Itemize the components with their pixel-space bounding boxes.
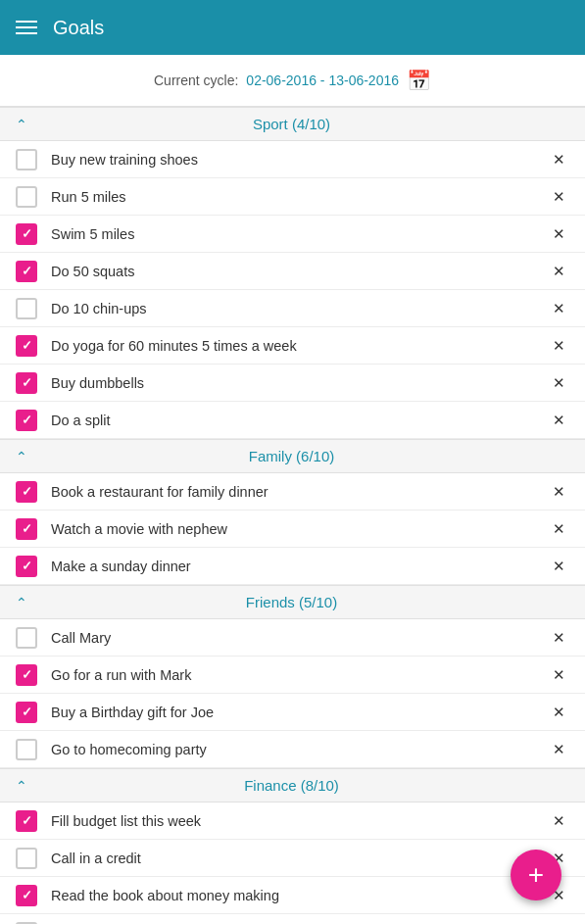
- section-header-sport[interactable]: ⌃ Sport (4/10): [0, 107, 585, 141]
- task-checkbox-friends-1[interactable]: [16, 664, 37, 686]
- task-row-sport-4: Do 10 chin-ups✕: [0, 290, 585, 327]
- task-row-family-0: Book a restaurant for family dinner✕: [0, 473, 585, 511]
- task-label-friends-1: Go for a run with Mark: [51, 667, 549, 683]
- sections-container: ⌃ Sport (4/10) Buy new training shoes✕Ru…: [0, 107, 585, 924]
- task-label-finance-1: Call in a credit: [51, 851, 549, 866]
- task-label-sport-6: Buy dumbbells: [51, 375, 549, 391]
- section-header-friends[interactable]: ⌃ Friends (5/10): [0, 585, 585, 619]
- calendar-icon[interactable]: 📅: [407, 69, 431, 92]
- task-label-sport-4: Do 10 chin-ups: [51, 301, 549, 316]
- task-row-family-2: Make a sunday dinner✕: [0, 548, 585, 585]
- task-checkbox-sport-0[interactable]: [16, 149, 37, 170]
- task-checkbox-friends-2[interactable]: [16, 702, 37, 723]
- task-row-sport-2: Swim 5 miles✕: [0, 216, 585, 253]
- task-delete-sport-1[interactable]: ✕: [549, 184, 569, 210]
- task-delete-friends-0[interactable]: ✕: [549, 625, 569, 651]
- task-row-finance-2: Read the book about money making✕: [0, 877, 585, 914]
- task-label-friends-2: Buy a Birthday gift for Joe: [51, 705, 549, 720]
- task-label-family-1: Watch a movie with nephew: [51, 521, 549, 537]
- section-title-friends: Friends (5/10): [37, 594, 546, 610]
- task-checkbox-sport-3[interactable]: [16, 261, 37, 282]
- task-label-family-0: Book a restaurant for family dinner: [51, 484, 549, 500]
- task-row-friends-1: Go for a run with Mark✕: [0, 657, 585, 694]
- app-title: Goals: [53, 17, 104, 39]
- task-checkbox-friends-0[interactable]: [16, 627, 37, 649]
- task-label-finance-2: Read the book about money making: [51, 888, 549, 903]
- task-row-sport-3: Do 50 squats✕: [0, 253, 585, 290]
- chevron-icon: ⌃: [16, 778, 27, 794]
- task-row-sport-5: Do yoga for 60 minutes 5 times a week✕: [0, 327, 585, 365]
- task-checkbox-sport-5[interactable]: [16, 335, 37, 357]
- task-row-sport-0: Buy new training shoes✕: [0, 141, 585, 178]
- task-label-sport-5: Do yoga for 60 minutes 5 times a week: [51, 338, 549, 354]
- cycle-bar: Current cycle: 02-06-2016 - 13-06-2016 📅: [0, 55, 585, 107]
- task-label-sport-7: Do a split: [51, 413, 549, 428]
- task-checkbox-sport-6[interactable]: [16, 372, 37, 394]
- task-checkbox-family-0[interactable]: [16, 481, 37, 503]
- task-row-sport-1: Run 5 miles✕: [0, 178, 585, 216]
- section-title-family: Family (6/10): [37, 448, 546, 464]
- task-label-sport-0: Buy new training shoes: [51, 152, 549, 168]
- task-delete-sport-2[interactable]: ✕: [549, 221, 569, 247]
- task-checkbox-sport-1[interactable]: [16, 186, 37, 208]
- task-delete-friends-1[interactable]: ✕: [549, 662, 569, 688]
- task-row-friends-0: Call Mary✕: [0, 619, 585, 657]
- task-row-friends-2: Buy a Birthday gift for Joe✕: [0, 694, 585, 731]
- task-delete-sport-7[interactable]: ✕: [549, 408, 569, 433]
- task-checkbox-sport-4[interactable]: [16, 298, 37, 319]
- task-row-friends-3: Go to homecoming party✕: [0, 731, 585, 768]
- task-label-finance-0: Fill budget list this week: [51, 813, 549, 829]
- task-checkbox-family-1[interactable]: [16, 518, 37, 540]
- task-checkbox-sport-7[interactable]: [16, 410, 37, 431]
- task-row-sport-7: Do a split✕: [0, 402, 585, 439]
- task-delete-family-1[interactable]: ✕: [549, 516, 569, 542]
- task-label-sport-1: Run 5 miles: [51, 189, 549, 205]
- task-row-finance-0: Fill budget list this week✕: [0, 802, 585, 840]
- task-delete-finance-3[interactable]: ✕: [549, 920, 569, 925]
- app-header: Goals: [0, 0, 585, 55]
- cycle-dates: 02-06-2016 - 13-06-2016: [246, 73, 399, 88]
- task-delete-friends-2[interactable]: ✕: [549, 700, 569, 725]
- task-delete-family-0[interactable]: ✕: [549, 479, 569, 505]
- task-checkbox-finance-2[interactable]: [16, 885, 37, 906]
- task-delete-sport-5[interactable]: ✕: [549, 333, 569, 359]
- section-title-finance: Finance (8/10): [37, 777, 546, 794]
- task-label-friends-3: Go to homecoming party: [51, 742, 549, 757]
- task-checkbox-finance-1[interactable]: [16, 848, 37, 869]
- section-header-finance[interactable]: ⌃ Finance (8/10): [0, 768, 585, 802]
- task-label-family-2: Make a sunday dinner: [51, 559, 549, 574]
- section-title-sport: Sport (4/10): [37, 116, 546, 132]
- task-row-family-1: Watch a movie with nephew✕: [0, 511, 585, 548]
- task-row-sport-6: Buy dumbbells✕: [0, 365, 585, 402]
- add-goal-button[interactable]: +: [511, 850, 561, 900]
- menu-icon[interactable]: [16, 21, 37, 34]
- task-checkbox-family-2[interactable]: [16, 556, 37, 577]
- task-delete-friends-3[interactable]: ✕: [549, 737, 569, 762]
- task-checkbox-finance-0[interactable]: [16, 810, 37, 832]
- task-label-sport-2: Swim 5 miles: [51, 226, 549, 242]
- task-delete-sport-4[interactable]: ✕: [549, 296, 569, 321]
- cycle-label: Current cycle:: [154, 73, 238, 88]
- chevron-icon: ⌃: [16, 595, 27, 610]
- section-header-family[interactable]: ⌃ Family (6/10): [0, 439, 585, 473]
- task-checkbox-friends-3[interactable]: [16, 739, 37, 760]
- task-checkbox-sport-2[interactable]: [16, 223, 37, 245]
- chevron-icon: ⌃: [16, 449, 27, 464]
- task-delete-sport-6[interactable]: ✕: [549, 370, 569, 396]
- task-label-friends-0: Call Mary: [51, 630, 549, 646]
- task-delete-finance-0[interactable]: ✕: [549, 808, 569, 834]
- task-row-finance-1: Call in a credit✕: [0, 840, 585, 877]
- task-delete-sport-0[interactable]: ✕: [549, 147, 569, 172]
- task-delete-sport-3[interactable]: ✕: [549, 259, 569, 284]
- task-row-finance-3: Reduce transport costs by 10% (walk more…: [0, 914, 585, 924]
- chevron-icon: ⌃: [16, 117, 27, 132]
- task-delete-family-2[interactable]: ✕: [549, 554, 569, 579]
- task-label-sport-3: Do 50 squats: [51, 264, 549, 279]
